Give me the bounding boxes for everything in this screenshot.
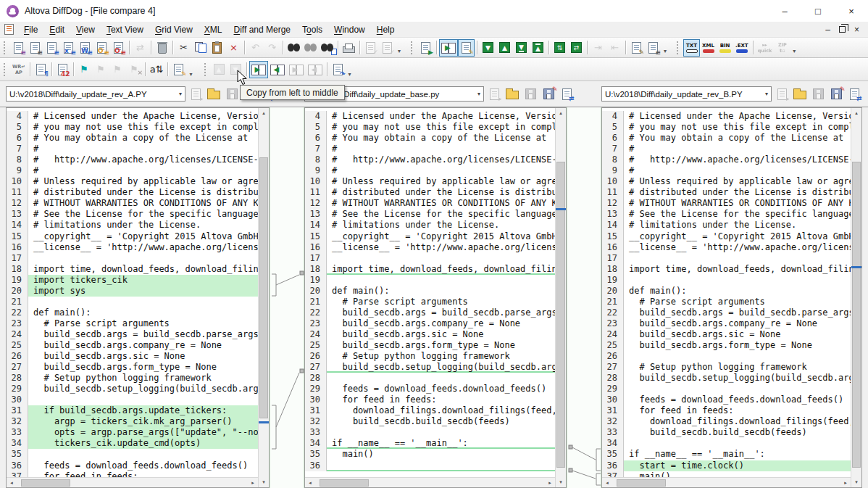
save-file-as-icon-right[interactable]: ✎ bbox=[828, 86, 844, 102]
scroll-left-arrow[interactable]: ◂ bbox=[602, 480, 612, 486]
scroll-down-arrow[interactable]: ▾ bbox=[556, 477, 566, 487]
replace-icon[interactable] bbox=[319, 39, 335, 57]
delete-icon[interactable]: × bbox=[225, 39, 242, 57]
minimize-button[interactable]: – bbox=[768, 0, 801, 22]
scroll-thumb[interactable] bbox=[320, 479, 369, 487]
menu-view[interactable]: View bbox=[70, 22, 101, 37]
previous-change-icon[interactable]: ▲ bbox=[211, 61, 228, 78]
open-file-icon-right[interactable] bbox=[792, 86, 808, 102]
append-file-icon-middle[interactable]: ▸ bbox=[486, 86, 502, 102]
horizontal-scrollbar-left[interactable]: ◂▸ bbox=[7, 477, 258, 487]
first-difference-icon[interactable]: ▲ bbox=[530, 39, 546, 57]
horizontal-scrollbar-right[interactable]: ◂▸ bbox=[602, 477, 851, 487]
toolbar-overflow-chevron[interactable]: ▾ bbox=[346, 71, 354, 78]
print-icon[interactable] bbox=[341, 39, 357, 57]
scroll-right-arrow[interactable]: ▸ bbox=[248, 480, 258, 486]
save-file-icon-middle[interactable] bbox=[522, 86, 538, 102]
append-file-icon-right[interactable]: ▸ bbox=[774, 86, 790, 102]
toolbar-overflow-chevron[interactable]: ▾ bbox=[662, 48, 669, 54]
save-file-icon-left[interactable] bbox=[224, 86, 240, 102]
zip-comparison-icon[interactable]: ZIPt▫ bbox=[774, 39, 790, 57]
compare-db-schema-icon[interactable]: O≡ bbox=[110, 39, 127, 57]
merge-left-icon[interactable]: ⇤ bbox=[606, 39, 623, 57]
scroll-right-arrow[interactable]: ▸ bbox=[545, 480, 555, 486]
scroll-thumb[interactable] bbox=[852, 162, 861, 468]
previous-bookmark-icon[interactable]: ⚑ bbox=[109, 61, 126, 78]
quick-comparison-icon[interactable]: ▸▸quick bbox=[756, 39, 775, 57]
undo-icon[interactable]: ↶ bbox=[247, 39, 264, 57]
refresh-comparison-icon-right[interactable]: ⇄ bbox=[846, 86, 862, 102]
next-conflict-icon[interactable]: ⇄ bbox=[568, 39, 585, 57]
paste-icon[interactable] bbox=[209, 39, 225, 57]
copy-middle-to-left-button[interactable]: ◀ bbox=[268, 61, 287, 78]
mode-ext-icon[interactable]: .EXT bbox=[733, 39, 751, 57]
remove-bookmarks-icon[interactable]: ⚑× bbox=[126, 61, 143, 78]
compare-directories-icon[interactable]: ≡ bbox=[43, 39, 60, 57]
code-editor-left[interactable]: 4# Licensed under the Apache License, Ve… bbox=[7, 108, 258, 477]
compare-files-word-icon[interactable]: ≡ bbox=[27, 39, 43, 57]
mode-bin-icon[interactable]: BIN bbox=[717, 39, 733, 57]
menu-help[interactable]: Help bbox=[371, 22, 401, 37]
menu-file[interactable]: File bbox=[18, 22, 43, 37]
compare-files-icon[interactable]: ≡ bbox=[10, 39, 27, 57]
compare-msword-icon[interactable]: W≡ bbox=[77, 39, 93, 57]
previous-difference-icon[interactable]: ▲ bbox=[496, 39, 513, 57]
file-path-combobox-right[interactable]: U:\v2018\Diff\daily_update_rev_B.PY▾ bbox=[601, 86, 772, 102]
append-file-icon-left[interactable]: ▸ bbox=[188, 86, 204, 102]
copy-right-to-middle-button[interactable]: ◀ bbox=[306, 61, 325, 78]
comparison-options-icon[interactable]: ✎ bbox=[170, 61, 187, 78]
code-editor-middle[interactable]: 4# Licensed under the Apache License, Ve… bbox=[305, 108, 555, 477]
line-numbers-icon[interactable]: 42 bbox=[54, 61, 71, 78]
vertical-scrollbar-middle[interactable]: ▴▾ bbox=[555, 108, 566, 487]
code-editor-right[interactable]: 4# Licensed under the Apache License, Ve… bbox=[602, 108, 851, 477]
scroll-down-arrow[interactable]: ▾ bbox=[259, 477, 269, 487]
menu-text-view[interactable]: Text View bbox=[101, 22, 149, 37]
find-icon[interactable] bbox=[285, 39, 302, 57]
menu-window[interactable]: Window bbox=[328, 22, 371, 37]
check-wellformed-icon[interactable]: ✓ bbox=[379, 39, 396, 57]
copy-icon[interactable] bbox=[192, 39, 209, 57]
toggle-bookmark-icon[interactable]: ⚑ bbox=[76, 61, 93, 78]
horizontal-scrollbar-middle[interactable]: ◂▸ bbox=[305, 477, 555, 487]
current-difference-icon[interactable]: ⇅ bbox=[551, 39, 568, 57]
scroll-right-arrow[interactable]: ▸ bbox=[840, 480, 851, 486]
close-button[interactable]: × bbox=[835, 0, 868, 22]
refresh-comparison-icon-middle[interactable]: ⇄ bbox=[559, 86, 575, 102]
mode-xml-icon[interactable]: XML bbox=[700, 39, 717, 57]
toolbar-overflow-chevron[interactable]: ▾ bbox=[396, 48, 403, 54]
copy-middle-to-right-button[interactable]: ▶ bbox=[287, 61, 306, 78]
menu-diff-and-merge[interactable]: Diff and Merge bbox=[228, 22, 297, 37]
scroll-up-arrow[interactable]: ▴ bbox=[851, 108, 861, 118]
save-file-icon-right[interactable] bbox=[810, 86, 826, 102]
last-difference-icon[interactable]: ▼ bbox=[513, 39, 530, 57]
scroll-thumb[interactable] bbox=[617, 479, 666, 487]
mdi-close-button[interactable]: × bbox=[854, 25, 859, 34]
menu-tools[interactable]: Tools bbox=[296, 22, 328, 37]
maximize-button[interactable]: □ bbox=[801, 0, 835, 22]
find-next-icon[interactable] bbox=[302, 39, 319, 57]
copy-left-to-middle-button[interactable]: ▶ bbox=[249, 61, 268, 78]
next-bookmark-icon[interactable]: ⚑ bbox=[93, 61, 109, 78]
cut-icon[interactable]: ✂ bbox=[175, 39, 192, 57]
pretty-print-icon[interactable]: ¶ bbox=[33, 61, 49, 78]
vertical-scrollbar-left[interactable]: ▴▾ bbox=[258, 108, 269, 487]
scroll-track[interactable] bbox=[556, 118, 566, 477]
file-path-combobox-left[interactable]: U:\v2018\Diff\daily_update_rev_A.PY▾ bbox=[6, 86, 185, 102]
scroll-down-arrow[interactable]: ▾ bbox=[851, 477, 861, 487]
edit-mode-icon[interactable]: ✎ bbox=[458, 39, 475, 57]
comparison-document-icon[interactable]: ✎ bbox=[628, 39, 645, 57]
menu-grid-view[interactable]: Grid View bbox=[149, 22, 199, 37]
scroll-up-arrow[interactable]: ▴ bbox=[556, 108, 566, 118]
validate-icon[interactable]: ✓ bbox=[362, 39, 379, 57]
redo-icon[interactable]: ↷ bbox=[264, 39, 280, 57]
toolbar-overflow-chevron[interactable]: ▾ bbox=[187, 71, 194, 78]
scroll-left-arrow[interactable]: ◂ bbox=[7, 480, 17, 486]
case-sensitivity-icon[interactable]: a⇅ bbox=[148, 61, 166, 78]
vertical-scrollbar-right[interactable]: ▴▾ bbox=[851, 108, 861, 487]
scroll-left-arrow[interactable]: ◂ bbox=[305, 480, 315, 486]
scroll-thumb[interactable] bbox=[259, 157, 268, 418]
word-wrap-icon[interactable]: WR↵AP bbox=[10, 61, 28, 78]
menu-edit[interactable]: Edit bbox=[43, 22, 70, 37]
mode-txt-icon[interactable]: TXT bbox=[683, 39, 700, 57]
toolbar-overflow-chevron[interactable]: ▾ bbox=[790, 48, 798, 54]
